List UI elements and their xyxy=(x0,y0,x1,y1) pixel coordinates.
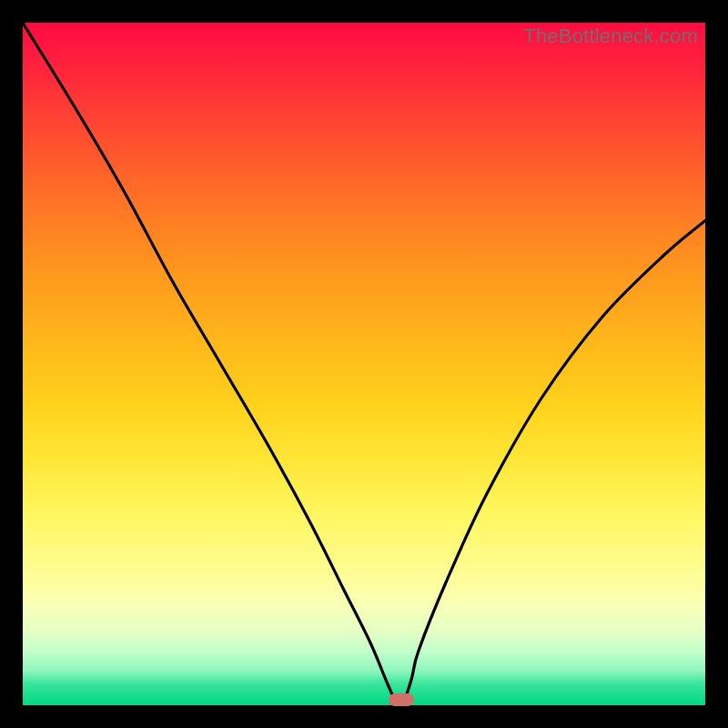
watermark-text: TheBottleneck.com xyxy=(523,25,698,48)
optimal-marker xyxy=(389,693,414,706)
chart-frame: TheBottleneck.com xyxy=(0,0,728,728)
bottleneck-curve xyxy=(23,23,705,705)
plot-area: TheBottleneck.com xyxy=(23,23,705,705)
